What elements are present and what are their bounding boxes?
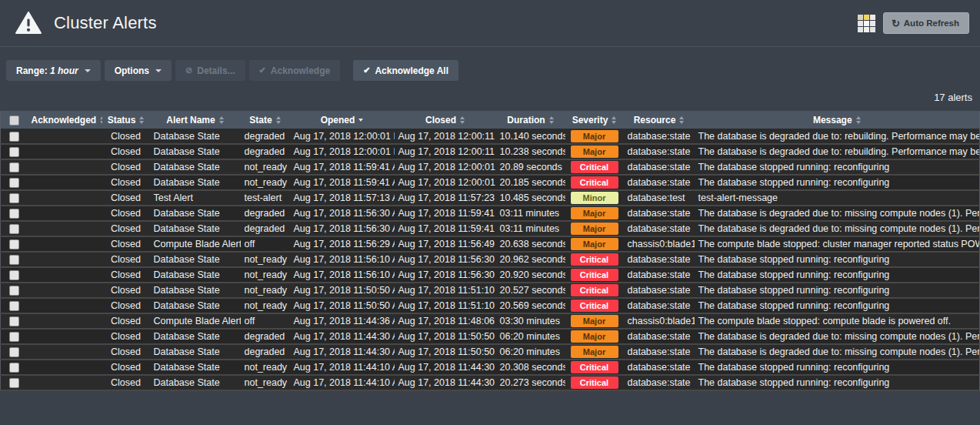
details-icon: ⊘ bbox=[185, 65, 192, 75]
row-checkbox[interactable] bbox=[9, 255, 19, 265]
app-grid-icon[interactable] bbox=[858, 15, 875, 32]
row-checkbox[interactable] bbox=[9, 239, 19, 249]
cell-status: Closed bbox=[102, 190, 150, 206]
row-checkbox[interactable] bbox=[9, 332, 19, 342]
column-header-opened[interactable]: Opened bbox=[290, 111, 395, 129]
table-row[interactable]: ClosedDatabase Statenot_readyAug 17, 201… bbox=[1, 252, 980, 267]
column-header-resource[interactable]: Resource bbox=[624, 111, 695, 129]
warning-triangle-icon bbox=[15, 12, 42, 35]
cell-duration: 20.920 seconds bbox=[496, 267, 565, 283]
cell-message: The database is degraded due to: missing… bbox=[695, 329, 980, 344]
column-header-message[interactable]: Message bbox=[695, 111, 980, 129]
cell-message: The database stopped running: reconfigur… bbox=[695, 252, 980, 267]
row-checkbox[interactable] bbox=[9, 132, 19, 142]
cell-opened: Aug 17, 2018 11:56:30 AM bbox=[290, 206, 395, 221]
row-checkbox-cell bbox=[1, 344, 28, 360]
cell-opened: Aug 17, 2018 11:57:13 AM bbox=[290, 190, 395, 206]
cell-severity: Major bbox=[565, 329, 624, 344]
table-row[interactable]: ClosedDatabase Statenot_readyAug 17, 201… bbox=[1, 159, 980, 175]
options-dropdown[interactable]: Options bbox=[105, 60, 172, 81]
acknowledge-all-button[interactable]: ✔ Acknowledge All bbox=[353, 60, 458, 81]
table-row[interactable]: ClosedDatabase StatedegradedAug 17, 2018… bbox=[1, 344, 980, 360]
cell-state: degraded bbox=[241, 129, 290, 144]
cell-duration: 03:30 minutes bbox=[496, 313, 565, 329]
table-row[interactable]: ClosedTest Alerttest-alertAug 17, 2018 1… bbox=[1, 190, 980, 206]
cell-state: degraded bbox=[241, 221, 290, 236]
row-checkbox[interactable] bbox=[9, 193, 19, 203]
cell-status: Closed bbox=[102, 129, 150, 144]
row-checkbox[interactable] bbox=[9, 378, 19, 388]
row-checkbox-cell bbox=[1, 375, 28, 390]
table-row[interactable]: ClosedDatabase Statenot_readyAug 17, 201… bbox=[1, 298, 980, 313]
details-button[interactable]: ⊘ Details... bbox=[175, 60, 245, 81]
column-header-duration[interactable]: Duration bbox=[496, 111, 565, 129]
alerts-table-header: AcknowledgedStatusAlert NameStateOpenedC… bbox=[1, 111, 980, 129]
refresh-icon: ↻ bbox=[892, 19, 900, 28]
column-label: Alert Name bbox=[166, 115, 215, 125]
row-checkbox-cell bbox=[1, 159, 28, 175]
column-header-state[interactable]: State bbox=[241, 111, 290, 129]
cell-closed: Aug 17, 2018 12:00:01 PM bbox=[395, 175, 496, 190]
cell-state: not_ready bbox=[241, 360, 290, 375]
table-row[interactable]: ClosedCompute Blade AlertoffAug 17, 2018… bbox=[1, 313, 980, 329]
row-checkbox[interactable] bbox=[9, 178, 19, 188]
range-dropdown[interactable]: Range: 1 hour bbox=[6, 60, 101, 81]
cell-closed: Aug 17, 2018 11:50:50 AM bbox=[395, 344, 496, 360]
severity-badge: Critical bbox=[571, 376, 618, 389]
row-checkbox[interactable] bbox=[9, 147, 19, 157]
table-row[interactable]: ClosedDatabase Statenot_readyAug 17, 201… bbox=[1, 360, 980, 375]
cell-closed: Aug 17, 2018 11:44:30 AM bbox=[395, 360, 496, 375]
cell-closed: Aug 17, 2018 11:56:49 AM bbox=[395, 236, 496, 252]
row-checkbox[interactable] bbox=[9, 286, 19, 296]
column-header-closed[interactable]: Closed bbox=[395, 111, 496, 129]
auto-refresh-button[interactable]: ↻ Auto Refresh bbox=[883, 12, 969, 34]
cell-opened: Aug 17, 2018 11:44:10 AM bbox=[290, 375, 395, 390]
row-checkbox[interactable] bbox=[9, 162, 19, 172]
cell-severity: Critical bbox=[565, 298, 624, 313]
cell-message: The database is degraded due to: missing… bbox=[695, 221, 980, 236]
cell-resource: database:state bbox=[624, 129, 695, 144]
cell-state: test-alert bbox=[241, 190, 290, 206]
column-header-alert_name[interactable]: Alert Name bbox=[150, 111, 241, 129]
cell-resource: database:state bbox=[624, 360, 695, 375]
row-checkbox[interactable] bbox=[9, 301, 19, 311]
cell-resource: chassis0:blade1 bbox=[624, 236, 695, 252]
cell-alert-name: Test Alert bbox=[150, 190, 241, 206]
cell-status: Closed bbox=[102, 329, 150, 344]
table-row[interactable]: ClosedCompute Blade AlertoffAug 17, 2018… bbox=[1, 236, 980, 252]
table-row[interactable]: ClosedDatabase Statenot_readyAug 17, 201… bbox=[1, 267, 980, 283]
row-checkbox[interactable] bbox=[9, 270, 19, 280]
acknowledge-button[interactable]: ✔ Acknowledge bbox=[249, 60, 341, 81]
cell-duration: 10.140 seconds bbox=[496, 129, 565, 144]
row-checkbox[interactable] bbox=[9, 316, 19, 326]
row-checkbox[interactable] bbox=[9, 347, 19, 357]
cell-message: The database stopped running: reconfigur… bbox=[695, 159, 980, 175]
row-checkbox[interactable] bbox=[9, 209, 19, 219]
row-checkbox[interactable] bbox=[9, 224, 19, 234]
select-all-checkbox[interactable] bbox=[9, 115, 19, 125]
severity-badge: Major bbox=[571, 223, 618, 235]
column-header-acknowledged[interactable]: Acknowledged bbox=[28, 111, 102, 129]
cell-status: Closed bbox=[102, 344, 150, 360]
cell-message: test-alert-message bbox=[695, 190, 980, 206]
cell-severity: Critical bbox=[565, 283, 624, 298]
cell-opened: Aug 17, 2018 11:44:30 AM bbox=[290, 344, 395, 360]
cell-severity: Critical bbox=[565, 252, 624, 267]
table-row[interactable]: ClosedDatabase Statenot_readyAug 17, 201… bbox=[1, 375, 980, 390]
table-row[interactable]: ClosedDatabase StatedegradedAug 17, 2018… bbox=[1, 129, 980, 144]
row-checkbox[interactable] bbox=[9, 363, 19, 373]
cell-acknowledged bbox=[28, 375, 102, 390]
table-row[interactable]: ClosedDatabase StatedegradedAug 17, 2018… bbox=[1, 329, 980, 344]
cell-opened: Aug 17, 2018 12:00:01 PM bbox=[290, 144, 395, 159]
column-label: Severity bbox=[572, 115, 608, 125]
table-row[interactable]: ClosedDatabase StatedegradedAug 17, 2018… bbox=[1, 206, 980, 221]
table-row[interactable]: ClosedDatabase StatedegradedAug 17, 2018… bbox=[1, 221, 980, 236]
table-row[interactable]: ClosedDatabase StatedegradedAug 17, 2018… bbox=[1, 144, 980, 159]
column-header-severity[interactable]: Severity bbox=[565, 111, 624, 129]
cell-closed: Aug 17, 2018 11:44:30 AM bbox=[395, 375, 496, 390]
table-row[interactable]: ClosedDatabase Statenot_readyAug 17, 201… bbox=[1, 175, 980, 190]
table-row[interactable]: ClosedDatabase Statenot_readyAug 17, 201… bbox=[1, 283, 980, 298]
column-header-status[interactable]: Status bbox=[102, 111, 150, 129]
row-checkbox-cell bbox=[1, 298, 28, 313]
cell-duration: 20.185 seconds bbox=[496, 175, 565, 190]
